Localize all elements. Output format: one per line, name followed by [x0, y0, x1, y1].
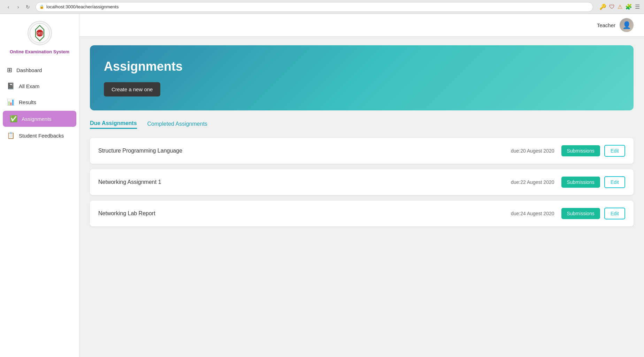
sidebar-item-label: Dashboard — [16, 67, 42, 73]
main-content: Teacher 👤 Assignments Create a new one D… — [79, 14, 644, 357]
edit-button[interactable]: Edit — [604, 208, 625, 219]
shield-icon: 🛡 — [609, 4, 615, 10]
back-button[interactable]: ‹ — [4, 3, 13, 11]
svg-text:OES: OES — [36, 32, 43, 35]
hero-title: Assignments — [104, 59, 620, 74]
assignment-actions: due:22 Augest 2020 Submissions Edit — [511, 176, 625, 188]
tab-due[interactable]: Due Assignments — [90, 120, 137, 129]
due-date: due:24 Augest 2020 — [511, 211, 554, 216]
sidebar-logo: OES — [28, 21, 52, 45]
browser-chrome: ‹ › ↻ 🔒 localhost:3000/teacher/assignmen… — [0, 0, 644, 14]
tabs-row: Due AssignmentsCompleted Assignments — [90, 120, 634, 131]
menu-icon: ☰ — [635, 3, 640, 10]
assignment-card: Structure Programming Language due:20 Au… — [90, 138, 634, 164]
hero-banner: Assignments Create a new one — [90, 45, 634, 110]
assignment-name: Structure Programming Language — [98, 148, 182, 154]
reload-button[interactable]: ↻ — [24, 3, 32, 11]
sidebar-nav: ⊞ Dashboard 📓 All Exam 📊 Results ✅ Assig… — [0, 62, 79, 143]
all-exam-icon: 📓 — [7, 82, 15, 90]
assignment-actions: due:20 Augest 2020 Submissions Edit — [511, 145, 625, 157]
create-new-button[interactable]: Create a new one — [104, 82, 160, 96]
assignment-name: Networking Lab Report — [98, 210, 155, 217]
key-icon: 🔑 — [599, 3, 606, 10]
sidebar-item-assignments[interactable]: ✅ Assignments — [3, 111, 76, 127]
extensions-icon: 🧩 — [625, 3, 632, 10]
sidebar-item-label: All Exam — [19, 83, 39, 89]
assignment-card: Networking Lab Report due:24 Augest 2020… — [90, 201, 634, 226]
edit-button[interactable]: Edit — [604, 145, 625, 157]
assignment-name: Networking Assignment 1 — [98, 179, 161, 185]
sidebar-title: Online Examination System — [5, 49, 75, 55]
sidebar: OES Online Examination System ⊞ Dashboar… — [0, 14, 79, 357]
assignment-actions: due:24 Augest 2020 Submissions Edit — [511, 208, 625, 219]
lock-icon: 🔒 — [39, 5, 44, 9]
sidebar-item-results[interactable]: 📊 Results — [0, 94, 79, 110]
student-feedbacks-icon: 📋 — [7, 132, 15, 139]
sidebar-item-dashboard[interactable]: ⊞ Dashboard — [0, 62, 79, 78]
url-text: localhost:3000/teacher/assignments — [46, 4, 118, 9]
page-content: Assignments Create a new one Due Assignm… — [79, 37, 644, 357]
header-username: Teacher — [597, 22, 615, 28]
warning-icon: ⚠ — [618, 3, 622, 10]
sidebar-item-student-feedbacks[interactable]: 📋 Student Feedbacks — [0, 127, 79, 143]
address-bar[interactable]: 🔒 localhost:3000/teacher/assignments — [36, 2, 593, 12]
sidebar-item-label: Results — [19, 99, 36, 105]
sidebar-item-label: Assignments — [22, 116, 52, 122]
submissions-button[interactable]: Submissions — [561, 208, 600, 219]
assignment-card: Networking Assignment 1 due:22 Augest 20… — [90, 169, 634, 195]
avatar-image: 👤 — [620, 18, 634, 32]
assignments-icon: ✅ — [10, 115, 17, 123]
forward-button[interactable]: › — [14, 3, 22, 11]
sidebar-item-all-exam[interactable]: 📓 All Exam — [0, 78, 79, 94]
edit-button[interactable]: Edit — [604, 176, 625, 188]
submissions-button[interactable]: Submissions — [561, 145, 600, 156]
tab-completed[interactable]: Completed Assignments — [147, 120, 208, 129]
sidebar-item-label: Student Feedbacks — [19, 133, 64, 139]
due-date: due:20 Augest 2020 — [511, 148, 554, 154]
due-date: due:22 Augest 2020 — [511, 179, 554, 185]
dashboard-icon: ⊞ — [7, 66, 12, 74]
results-icon: 📊 — [7, 98, 15, 106]
main-header: Teacher 👤 — [79, 14, 644, 37]
header-avatar: 👤 — [620, 18, 634, 32]
submissions-button[interactable]: Submissions — [561, 177, 600, 188]
assignment-list: Structure Programming Language due:20 Au… — [90, 138, 634, 226]
